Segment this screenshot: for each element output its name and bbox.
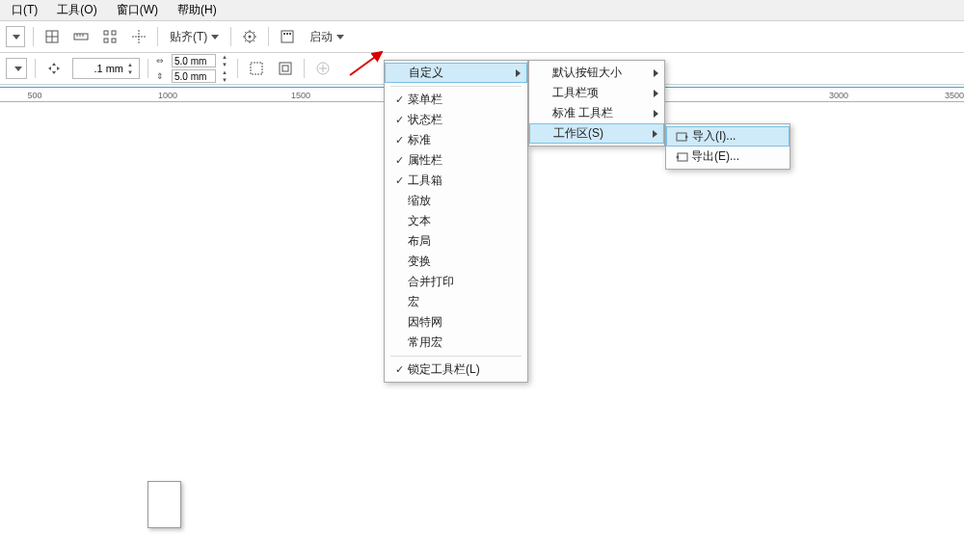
- menu-item-menubar[interactable]: ✓菜单栏: [385, 90, 527, 110]
- show-rulers-icon[interactable]: [70, 26, 92, 47]
- zoom-dropdown[interactable]: [6, 26, 25, 47]
- submenu-item-workspace[interactable]: 工作区(S): [529, 123, 664, 144]
- menu-item-internet[interactable]: 因特网: [385, 312, 527, 333]
- check-icon: ✓: [390, 174, 408, 187]
- svg-rect-16: [283, 33, 285, 35]
- separator: [268, 27, 269, 46]
- dup-x-icon: ⇔: [156, 56, 170, 66]
- nudge-spinner[interactable]: ▲ ▼: [125, 61, 135, 76]
- menu-item-toolbox[interactable]: ✓工具箱: [385, 171, 527, 191]
- spinner-down-icon[interactable]: ▼: [125, 68, 135, 76]
- submenu-item-import[interactable]: 导入(I)...: [666, 126, 790, 147]
- separator: [157, 27, 158, 46]
- dup-y-input[interactable]: [172, 69, 216, 83]
- svg-rect-21: [282, 66, 288, 71]
- toolbar-context-menu: 自定义 ✓菜单栏 ✓状态栏 ✓标准 ✓属性栏 ✓工具箱 缩放 文本 布局 变换 …: [384, 60, 528, 383]
- check-icon: ✓: [390, 114, 408, 126]
- dup-x-input[interactable]: [172, 54, 216, 67]
- launch-dropdown[interactable]: 启动: [306, 27, 348, 47]
- check-icon: ✓: [390, 134, 408, 147]
- dupy-spinner[interactable]: ▲▼: [220, 68, 229, 84]
- export-icon: [672, 150, 691, 164]
- menu-item-0[interactable]: 口(T): [2, 0, 47, 20]
- spinner-up-icon[interactable]: ▲: [125, 61, 135, 68]
- menu-label: 窗口(W): [117, 3, 158, 16]
- menu-item-customize[interactable]: 自定义: [385, 63, 527, 83]
- app-launcher-icon[interactable]: [277, 26, 298, 47]
- check-icon: ✓: [390, 154, 408, 167]
- separator: [147, 59, 148, 78]
- svg-rect-9: [104, 39, 108, 42]
- options-icon[interactable]: [239, 26, 260, 47]
- customize-submenu: 默认按钮大小 工具栏项 标准 工具栏 工作区(S): [528, 60, 665, 147]
- ruler-tick: 1000: [158, 91, 177, 100]
- svg-rect-15: [281, 31, 293, 42]
- submenu-arrow-icon: [654, 110, 658, 118]
- menu-label: 帮助(H): [177, 3, 217, 16]
- duplicate-distance-group: ⇔ ▲▼ ⇕ ▲▼: [156, 54, 229, 83]
- treat-as-filled-icon[interactable]: [246, 58, 267, 79]
- submenu-arrow-icon: [653, 130, 657, 138]
- separator: [237, 59, 238, 78]
- menu-item-tools[interactable]: 工具(O): [47, 0, 106, 20]
- menu-item-printmerge[interactable]: 合并打印: [385, 272, 527, 292]
- submenu-item-stdtoolbar[interactable]: 标准 工具栏: [529, 103, 664, 123]
- import-icon: [673, 130, 692, 144]
- menu-label: 工具(O): [57, 3, 96, 16]
- workspace-submenu: 导入(I)... 导出(E)...: [665, 123, 790, 170]
- submenu-item-export[interactable]: 导出(E)...: [666, 147, 790, 167]
- menu-item-text[interactable]: 文本: [385, 211, 527, 231]
- separator: [230, 27, 231, 46]
- ruler-tick: 3000: [829, 91, 848, 100]
- menu-item-propertybar[interactable]: ✓属性栏: [385, 150, 527, 171]
- menu-item-macro[interactable]: 宏: [385, 292, 527, 312]
- menu-label: 自定义: [409, 65, 509, 81]
- units-dropdown[interactable]: [6, 58, 27, 79]
- nudge-value[interactable]: [77, 63, 123, 74]
- svg-rect-8: [112, 31, 116, 35]
- menu-item-standard[interactable]: ✓标准: [385, 130, 527, 150]
- dupx-spinner[interactable]: ▲▼: [220, 53, 229, 68]
- check-icon: ✓: [390, 93, 408, 106]
- show-guidelines-icon[interactable]: [128, 26, 149, 47]
- menu-item-zoom[interactable]: 缩放: [385, 191, 527, 211]
- menu-item-layout[interactable]: 布局: [385, 231, 527, 252]
- menu-item-statusbar[interactable]: ✓状态栏: [385, 110, 527, 130]
- svg-rect-7: [104, 31, 108, 35]
- standard-toolbar: 贴齐(T) 启动: [0, 21, 964, 53]
- svg-rect-18: [289, 33, 291, 35]
- svg-rect-20: [280, 63, 291, 74]
- ruler-tick: 1500: [291, 91, 310, 100]
- menu-item-transform[interactable]: 变换: [385, 252, 527, 272]
- submenu-arrow-icon: [516, 69, 521, 77]
- svg-rect-17: [286, 33, 288, 35]
- launch-label: 启动: [309, 29, 333, 45]
- svg-point-14: [249, 36, 252, 39]
- check-icon: ✓: [390, 363, 408, 376]
- show-grid-icon[interactable]: [99, 26, 120, 47]
- nudge-input[interactable]: ▲ ▼: [72, 58, 140, 79]
- page-thumbnail: [147, 481, 181, 528]
- dup-y-icon: ⇕: [156, 71, 170, 81]
- svg-rect-3: [74, 34, 88, 40]
- submenu-item-toolbaritem[interactable]: 工具栏项: [529, 83, 664, 103]
- separator: [35, 59, 36, 78]
- svg-rect-26: [677, 133, 686, 141]
- snap-grid-icon[interactable]: [41, 26, 63, 47]
- chevron-down-icon: [14, 67, 22, 71]
- bounding-box-icon[interactable]: [275, 58, 296, 79]
- menu-item-window[interactable]: 窗口(W): [107, 0, 168, 20]
- menu-label: 口(T): [12, 3, 38, 16]
- add-icon[interactable]: [312, 58, 334, 79]
- snap-label: 贴齐(T): [170, 29, 207, 45]
- chevron-down-icon: [211, 35, 219, 40]
- submenu-item-defaultbtnsize[interactable]: 默认按钮大小: [529, 63, 664, 83]
- ruler-tick: 500: [27, 91, 41, 100]
- menu-item-help[interactable]: 帮助(H): [168, 0, 227, 20]
- menu-item-locktoolbars[interactable]: ✓锁定工具栏(L): [385, 360, 527, 380]
- chevron-down-icon: [336, 35, 344, 40]
- menu-item-commonmacro[interactable]: 常用宏: [385, 333, 527, 353]
- snap-to-dropdown[interactable]: 贴齐(T): [166, 27, 223, 47]
- submenu-arrow-icon: [654, 69, 658, 77]
- menubar: 口(T) 工具(O) 窗口(W) 帮助(H): [0, 0, 964, 21]
